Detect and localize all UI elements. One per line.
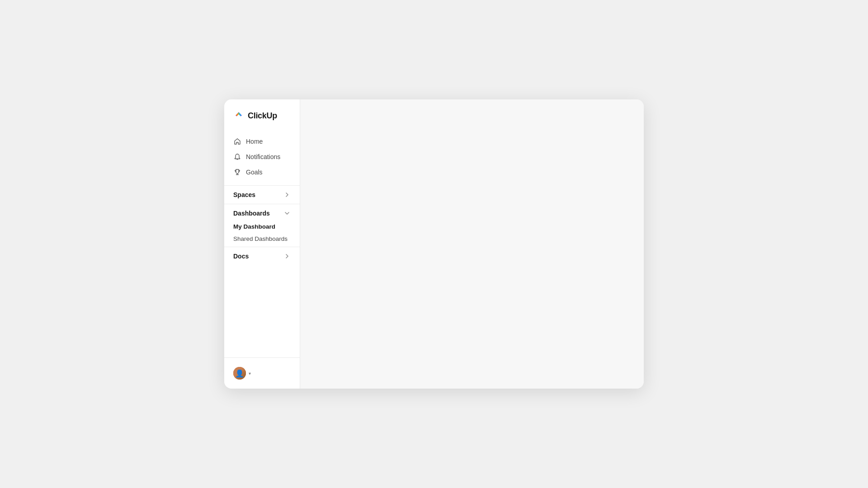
nav-section: Home Notifications [224,130,300,183]
shared-dashboards-label: Shared Dashboards [233,235,288,242]
user-menu[interactable]: ▾ [231,365,292,381]
sidebar-item-home[interactable]: Home [224,134,300,149]
app-name: ClickUp [248,111,277,121]
spaces-section-header[interactable]: Spaces [224,188,300,202]
logo-area[interactable]: ClickUp [224,99,300,130]
sidebar-item-goals[interactable]: Goals [224,164,300,180]
clickup-logo-icon [233,110,244,121]
divider-1 [224,185,300,186]
sidebar-item-my-dashboard[interactable]: My Dashboard [224,221,300,233]
docs-section-header[interactable]: Docs [224,249,300,263]
avatar-image [233,367,246,380]
my-dashboard-label: My Dashboard [233,223,275,230]
dashboards-section-header[interactable]: Dashboards [224,206,300,221]
bell-icon [233,153,241,161]
chevron-down-icon [283,210,291,217]
main-content [300,99,644,389]
dashboards-label: Dashboards [233,210,270,217]
avatar [233,367,246,380]
divider-3 [224,247,300,247]
docs-chevron-right-icon [283,253,291,260]
home-icon [233,137,241,145]
spaces-label: Spaces [233,191,255,198]
sidebar-item-shared-dashboards[interactable]: Shared Dashboards [224,233,300,245]
app-card: ClickUp Home [224,99,644,389]
sidebar-item-goals-label: Goals [246,169,263,176]
sidebar-bottom: ▾ [224,357,300,389]
user-chevron-icon: ▾ [249,371,251,376]
chevron-right-icon [283,191,291,198]
sidebar-item-notifications-label: Notifications [246,153,280,160]
sidebar: ClickUp Home [224,99,300,389]
target-icon [233,168,241,176]
sidebar-item-notifications[interactable]: Notifications [224,149,300,164]
docs-label: Docs [233,253,249,260]
sidebar-item-home-label: Home [246,138,263,145]
divider-2 [224,204,300,204]
